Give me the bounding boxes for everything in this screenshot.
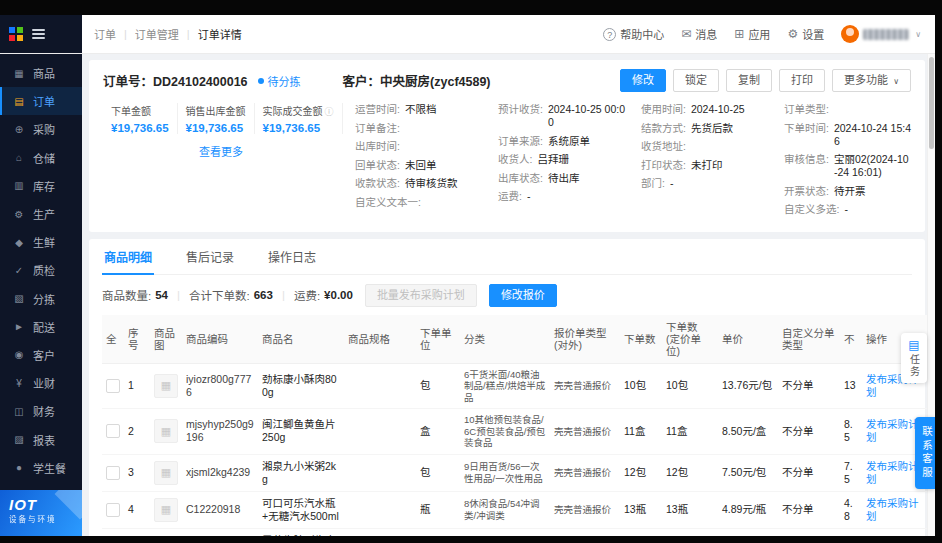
sidebar-item-label: 订单 xyxy=(33,93,55,109)
order-qty: 14斤 xyxy=(620,528,662,536)
help-icon: ? xyxy=(603,28,616,41)
order-info-column-2: 预计收货: 2024-10-25 00:00 订单来源: 系统原单 xyxy=(498,103,625,222)
more-actions-button[interactable]: 更多功能 ∨ xyxy=(832,69,911,92)
product-spec xyxy=(344,409,416,455)
user-menu[interactable]: ∨ xyxy=(841,25,921,43)
status-dot-icon xyxy=(258,78,264,84)
info-row: 下单时间: 2024-10-24 15:46 xyxy=(784,122,911,148)
app-window: 订单 | 订单管理 | 订单详情 ? 帮助中心 ✉ 消息 ⊞ 应用 ⚙ 设置 xyxy=(0,15,935,536)
modify-quote-button[interactable]: 修改报价 xyxy=(489,284,557,307)
publish-purchase-plan-link[interactable]: 发布采购计划 xyxy=(866,418,919,443)
sidebar-item[interactable]: ▦ 商品 xyxy=(0,59,82,87)
sidebar-item[interactable]: ⌂ 仓储 xyxy=(0,144,82,172)
apps-button[interactable]: ⊞ 应用 xyxy=(734,26,770,42)
order-info-column-4: 订单类型: 下单时间: 2024-10-24 15:46 xyxy=(784,103,911,222)
product-code: mjsyhyp250g9196 xyxy=(182,409,258,455)
product-name: 劲标康小酥肉800g xyxy=(258,363,344,409)
modify-button[interactable]: 修改 xyxy=(620,69,666,92)
logo-zone xyxy=(0,15,82,53)
column-header: 下单单位 xyxy=(416,315,460,364)
amount-item: 下单金额ⓘ ¥19,736.65 xyxy=(103,103,178,134)
product-image-icon[interactable]: ▦ xyxy=(154,498,178,522)
row-checkbox[interactable] xyxy=(106,424,120,438)
order-unit: 斤 xyxy=(416,528,460,536)
row-checkbox[interactable] xyxy=(106,379,120,393)
copy-button[interactable]: 复制 xyxy=(726,69,772,92)
sidebar-item[interactable]: ▧ 分拣 xyxy=(0,285,82,313)
batch-publish-purchase-plan-button[interactable]: 批量发布采购计划 xyxy=(365,284,477,307)
scrollbar-thumb[interactable] xyxy=(929,57,934,149)
product-name: 雪花牛腩（牛肉类）切块（净菜） xyxy=(258,528,344,536)
column-header: 分类 xyxy=(460,315,550,364)
order-unit: 包 xyxy=(416,454,460,491)
tab[interactable]: 商品明细 xyxy=(102,239,154,275)
settings-button[interactable]: ⚙ 设置 xyxy=(787,26,824,42)
sidebar-item[interactable]: ¥ 业财 xyxy=(0,369,82,397)
product-code: iyiozr800g7776 xyxy=(182,363,258,409)
product-image-icon[interactable]: ▦ xyxy=(154,374,178,398)
messages-button[interactable]: ✉ 消息 xyxy=(681,26,717,42)
sidebar-item[interactable]: ► 配送 xyxy=(0,313,82,341)
quote-type: 壳壳普通报价 xyxy=(550,363,620,409)
sidebar-item-label: 生鲜 xyxy=(33,234,55,250)
customer-name: 客户：中央厨房(zycf4589) xyxy=(343,71,491,90)
tab[interactable]: 售后记录 xyxy=(184,239,236,275)
category: 6干货米面/40粮油制品/糕点/烘焙半成品 xyxy=(460,363,550,409)
breadcrumb-orders[interactable]: 订单 xyxy=(94,26,116,42)
tasks-float-button[interactable]: ▤ 任务 xyxy=(901,333,927,383)
publish-purchase-plan-link[interactable]: 发布采购计划 xyxy=(866,497,919,522)
help-center-button[interactable]: ? 帮助中心 xyxy=(603,26,664,42)
chevron-down-icon: ∨ xyxy=(915,30,921,39)
category: 8休闲食品/54冲调类/冲调类 xyxy=(460,528,550,536)
sidebar-item[interactable]: ⚙ 生产 xyxy=(0,200,82,228)
info-row: 自定义文本一: xyxy=(355,196,482,209)
split-type: 不分单 xyxy=(778,454,840,491)
row-checkbox[interactable] xyxy=(106,466,120,480)
sidebar-item[interactable]: ⊕ 采购 xyxy=(0,115,82,143)
lock-button[interactable]: 锁定 xyxy=(673,69,719,92)
info-row: 预计收货: 2024-10-25 00:00 xyxy=(498,103,625,129)
info-row: 出库时间: xyxy=(355,140,482,153)
sidebar-item[interactable]: ● 学生餐 xyxy=(0,454,82,482)
sidebar-item-label: 采购 xyxy=(33,121,55,137)
order-qty-pricing-unit: 14斤 xyxy=(662,528,718,536)
order-qty-pricing-unit: 12包 xyxy=(662,454,718,491)
print-button[interactable]: 打印 xyxy=(779,69,825,92)
column-header: 单价 xyxy=(718,315,778,364)
apps-grid-icon: ⊞ xyxy=(734,27,744,41)
sidebar-item-icon: ◉ xyxy=(13,349,25,360)
chevron-down-icon: ∨ xyxy=(893,77,899,86)
row-checkbox[interactable] xyxy=(106,503,120,517)
sidebar-item-label: 仓储 xyxy=(33,150,55,166)
breadcrumb-order-management[interactable]: 订单管理 xyxy=(135,26,179,42)
publish-purchase-plan-link[interactable]: 发布采购计划 xyxy=(866,460,919,485)
product-image-icon[interactable]: ▦ xyxy=(154,419,178,443)
sidebar-item[interactable]: ◆ 生鲜 xyxy=(0,228,82,256)
table-row: 2 ▦ mjsyhyp250g9196 闽江鲫鱼黄鱼片250g 盒 10其他预包… xyxy=(102,409,928,455)
order-unit: 盒 xyxy=(416,409,460,455)
sidebar-item[interactable]: ◫ 财务 xyxy=(0,397,82,425)
info-row: 结款方式: 先货后款 xyxy=(641,122,768,135)
row-index: 4 xyxy=(124,491,150,528)
product-image-icon[interactable]: ▦ xyxy=(154,461,178,485)
sidebar-item-icon: ▨ xyxy=(13,434,25,445)
sidebar-item[interactable]: ▨ 报表 xyxy=(0,425,82,453)
sidebar-item-label: 商品 xyxy=(33,65,55,81)
sidebar-item-icon: ▧ xyxy=(13,293,25,304)
sidebar-item[interactable]: ▥ 库存 xyxy=(0,172,82,200)
sidebar-item[interactable]: ✓ 质检 xyxy=(0,256,82,284)
sidebar-item-icon: ◫ xyxy=(13,406,25,417)
info-row: 订单类型: xyxy=(784,103,911,116)
view-more-link[interactable]: 查看更多 xyxy=(103,143,339,159)
info-row: 运费: - xyxy=(498,190,625,203)
price-no-tax: 7.5 xyxy=(840,454,862,491)
amount-value: ¥19,736.65 xyxy=(263,122,334,134)
split-type: 不分单 xyxy=(778,491,840,528)
row-index: 2 xyxy=(124,409,150,455)
sidebar-item[interactable]: ◉ 客户 xyxy=(0,341,82,369)
menu-toggle-icon[interactable] xyxy=(32,29,45,39)
sidebar-item[interactable]: ▤ 订单 xyxy=(0,87,82,115)
total-order-count: 663 xyxy=(254,289,273,301)
contact-support-tab[interactable]: 联系客服 xyxy=(915,417,935,489)
tab[interactable]: 操作日志 xyxy=(266,239,318,275)
